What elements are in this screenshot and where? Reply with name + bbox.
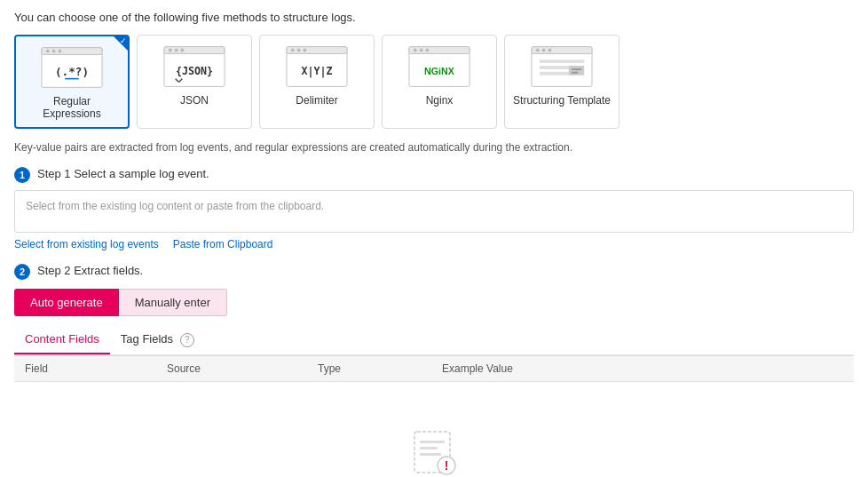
col-type: Type [318, 362, 442, 375]
svg-point-4 [58, 50, 61, 53]
auto-generate-button[interactable]: Auto generate [14, 289, 119, 316]
paste-clipboard-link[interactable]: Paste from Clipboard [173, 238, 273, 250]
delimiter-icon: X|Y|Z [286, 44, 348, 89]
svg-point-11 [180, 49, 184, 52]
svg-rect-37 [572, 72, 579, 74]
svg-rect-35 [569, 66, 585, 76]
method-card-structuring-template[interactable]: Structuring Template [504, 35, 619, 129]
step1-row: 1 Step 1 Select a sample log event. [14, 166, 854, 183]
nginx-label: Nginx [426, 94, 454, 107]
table-header: Field Source Type Example Value [14, 355, 854, 382]
svg-rect-32 [540, 60, 585, 63]
svg-rect-22 [409, 47, 470, 54]
svg-rect-36 [572, 68, 582, 70]
svg-point-30 [542, 49, 546, 52]
tab-content-fields[interactable]: Content Fields [14, 327, 110, 354]
log-input[interactable]: Select from the existing log content or … [14, 190, 854, 233]
svg-text:(.*?): (.*?) [55, 65, 89, 78]
manually-enter-button[interactable]: Manually enter [119, 289, 227, 316]
svg-point-25 [425, 49, 429, 52]
select-existing-link[interactable]: Select from existing log events [14, 238, 159, 250]
svg-point-3 [52, 50, 56, 53]
structuring-template-label: Structuring Template [513, 94, 611, 107]
svg-point-18 [297, 49, 301, 52]
svg-text:{JSON}: {JSON} [176, 65, 213, 77]
delimiter-label: Delimiter [296, 94, 337, 107]
svg-rect-33 [540, 66, 570, 69]
nginx-icon: NGiNX [408, 44, 470, 89]
svg-point-10 [175, 49, 178, 52]
json-label: JSON [180, 94, 209, 107]
no-data-container: ! No data available. [14, 400, 854, 478]
svg-point-24 [420, 49, 423, 52]
svg-point-19 [303, 49, 306, 52]
extract-button-group: Auto generate Manually enter [14, 289, 854, 316]
description-text: Key-value pairs are extracted from log e… [14, 141, 854, 154]
svg-point-29 [536, 49, 540, 52]
method-card-nginx[interactable]: NGiNX Nginx [382, 35, 497, 129]
structuring-template-icon [531, 44, 593, 89]
svg-text:!: ! [445, 458, 449, 473]
log-actions: Select from existing log events Paste fr… [14, 238, 854, 250]
svg-rect-28 [532, 47, 592, 54]
tag-fields-help-icon[interactable]: ? [180, 333, 194, 347]
regex-label: Regular Expressions [23, 95, 121, 120]
svg-text:NGiNX: NGiNX [424, 66, 455, 76]
svg-rect-8 [164, 47, 225, 54]
step2-label: Step 2 Extract fields. [37, 263, 143, 277]
svg-rect-1 [42, 48, 102, 55]
json-icon: {JSON} [163, 44, 225, 89]
col-source: Source [167, 362, 318, 375]
selected-checkmark [113, 36, 129, 52]
svg-point-23 [414, 49, 417, 52]
step2-circle: 2 [14, 264, 30, 280]
svg-point-2 [46, 50, 50, 53]
col-field: Field [25, 362, 167, 375]
method-card-json[interactable]: {JSON} JSON [137, 35, 252, 129]
intro-text: You can choose one of the following five… [14, 11, 854, 24]
svg-rect-41 [420, 453, 441, 456]
tag-fields-label: Tag Fields [121, 332, 173, 346]
step1-circle: 1 [14, 167, 30, 183]
step2-row: 2 Step 2 Extract fields. [14, 263, 854, 280]
method-card-delimiter[interactable]: X|Y|Z Delimiter [259, 35, 375, 129]
svg-point-31 [548, 49, 551, 52]
tab-tag-fields[interactable]: Tag Fields ? [110, 327, 205, 354]
svg-rect-39 [420, 441, 445, 443]
log-input-placeholder: Select from the existing log content or … [26, 200, 324, 212]
svg-rect-16 [287, 47, 347, 54]
svg-text:X|Y|Z: X|Y|Z [301, 65, 332, 78]
svg-point-17 [291, 49, 295, 52]
svg-point-9 [169, 49, 172, 52]
no-data-icon: ! [407, 426, 461, 478]
svg-rect-40 [420, 447, 438, 449]
tabs-row: Content Fields Tag Fields ? [14, 327, 854, 355]
method-cards-container: (.*?) Regular Expressions {JSON} JSON [14, 35, 854, 129]
col-example-value: Example Value [442, 362, 843, 375]
method-card-regex[interactable]: (.*?) Regular Expressions [14, 35, 130, 129]
step1-label: Step 1 Select a sample log event. [37, 166, 209, 180]
regex-icon: (.*?) [41, 45, 103, 90]
